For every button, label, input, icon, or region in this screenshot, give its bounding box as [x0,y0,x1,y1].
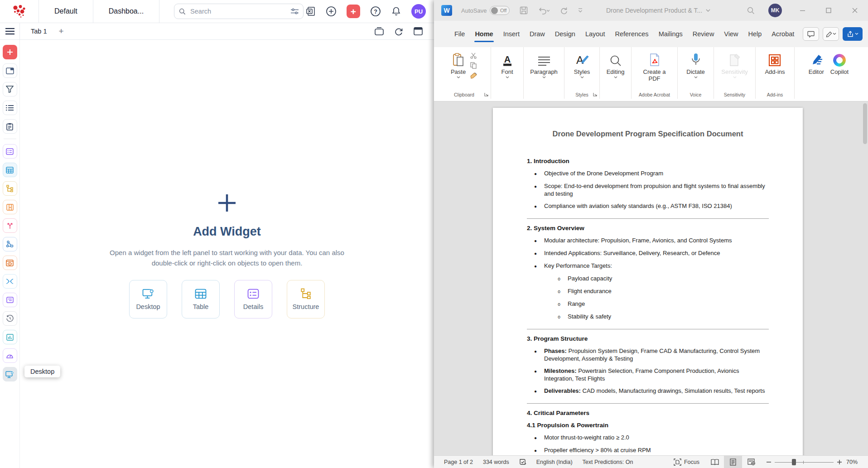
sidebar-item-filter[interactable] [3,82,17,96]
document-scrollbar[interactable] [863,103,867,144]
cut-button[interactable] [470,53,477,59]
comments-button[interactable] [803,27,819,41]
zoom-out-button[interactable] [767,460,771,464]
tab-design[interactable]: Design [550,27,580,41]
filter-sliders-icon[interactable] [291,8,299,15]
help-icon[interactable]: ? [370,6,381,17]
sidebar-item-details[interactable] [3,144,17,159]
tab-help[interactable]: Help [743,27,767,41]
app-header: Default Dashboa... + ? PU [0,0,434,23]
tab-acrobat[interactable]: Acrobat [767,27,799,41]
copilot-button[interactable]: Copilot [830,51,849,99]
copy-button[interactable] [470,62,477,69]
autosave-toggle[interactable]: Off [490,6,510,15]
page-indicator[interactable]: Page 1 of 2 [444,459,473,465]
styles-dialog-launcher[interactable] [593,92,597,96]
tab-view[interactable]: View [719,27,743,41]
sidebar-item-split[interactable] [3,218,17,233]
redo-button[interactable] [559,6,568,14]
add-button[interactable]: + [347,5,360,18]
widget-card-desktop[interactable]: Desktop [129,280,167,318]
zoom-slider-handle[interactable] [792,459,796,465]
sidebar-item-desktop-panel[interactable] [3,63,17,78]
sidebar-item-gauge[interactable] [3,348,17,363]
minimize-button[interactable] [789,0,815,21]
document-page[interactable]: Drone Development Program Specification … [493,108,803,455]
close-button[interactable] [842,0,868,21]
window-icon[interactable] [413,27,423,36]
language-indicator[interactable]: English (India) [536,459,573,465]
text-predictions-indicator[interactable]: Text Predictions: On [583,459,633,465]
refresh-icon[interactable] [394,27,404,36]
search-input[interactable] [189,7,287,15]
tab-references[interactable]: References [610,27,653,41]
excel-import-icon[interactable] [306,6,316,16]
tab-tab1[interactable]: Tab 1 [31,28,47,35]
tab-layout[interactable]: Layout [580,27,610,41]
share-button[interactable] [843,27,863,41]
editor-button[interactable]: Editor [809,51,824,99]
word-count[interactable]: 334 words [483,459,509,465]
new-tab-button[interactable]: + [58,26,63,36]
sidebar-item-chart[interactable] [3,330,17,344]
maximize-button[interactable] [815,0,842,21]
sidebar-item-merge[interactable] [3,274,17,289]
zoom-slider[interactable] [775,459,834,465]
sub-bullet-marker: o [550,313,568,321]
history-clock-icon [6,315,14,322]
document-title-dropdown[interactable]: Drone Development Product & T... [583,0,733,21]
zoom-percentage[interactable]: 70% [846,459,862,465]
widget-card-structure[interactable]: Structure [287,280,325,318]
hamburger-menu-button[interactable] [0,23,20,39]
notifications-bell-icon[interactable] [391,6,401,17]
tab-draw[interactable]: Draw [525,27,550,41]
document-canvas[interactable]: Drone Development Program Specification … [434,101,868,455]
print-layout-button[interactable] [724,456,742,468]
menu-default[interactable]: Default [39,0,93,23]
widget-card-table[interactable]: Table [182,280,220,318]
format-painter-button[interactable] [470,72,477,79]
undo-button[interactable] [538,6,550,14]
archive-icon[interactable] [374,27,384,36]
user-avatar[interactable]: PU [411,4,426,19]
paragraph-button[interactable]: Paragraph [530,51,558,99]
editing-mode-button[interactable] [823,27,839,41]
save-button[interactable] [520,6,528,14]
zoom-in-button[interactable] [837,460,842,464]
sidebar-add-button[interactable] [3,45,17,59]
proofing-status[interactable] [519,458,526,466]
quick-access-menu-icon[interactable] [578,8,583,13]
app-logo[interactable] [0,0,39,23]
tab-insert[interactable]: Insert [498,27,525,41]
autosave-control[interactable]: AutoSave Off [461,6,510,15]
sidebar-item-graph[interactable] [3,237,17,251]
add-circle-icon[interactable] [326,6,337,17]
sidebar-item-preview[interactable] [3,256,17,270]
sidebar-item-table[interactable] [3,163,17,177]
widget-card-details[interactable]: Details [234,280,272,318]
titlebar-search-button[interactable] [747,7,755,14]
tab-review[interactable]: Review [688,27,719,41]
focus-button[interactable]: Focus [674,458,699,466]
font-button[interactable]: A Font [501,51,514,99]
search-box[interactable] [174,4,304,19]
account-avatar[interactable]: MK [768,4,782,17]
menu-dashboard[interactable]: Dashboa... [93,0,159,23]
sidebar-item-clipboard[interactable] [3,119,17,134]
tab-home[interactable]: Home [470,27,498,41]
sidebar-item-history[interactable] [3,311,17,326]
tab-mailings[interactable]: Mailings [654,27,688,41]
copilot-icon [833,51,846,67]
sidebar-item-kanban[interactable] [3,200,17,214]
tab-file[interactable]: File [449,27,470,41]
editing-button[interactable]: Editing [607,51,625,99]
clipboard-dialog-launcher[interactable] [484,92,488,96]
sidebar-item-notes[interactable] [3,293,17,307]
read-mode-button[interactable] [706,456,724,468]
paste-clipboard-icon [453,51,464,67]
sidebar-item-desktop[interactable] [3,367,17,381]
sidebar-item-list[interactable] [3,101,17,115]
web-layout-button[interactable] [742,456,760,468]
sidebar-item-structure[interactable] [3,181,17,196]
note-card-icon [6,297,14,303]
